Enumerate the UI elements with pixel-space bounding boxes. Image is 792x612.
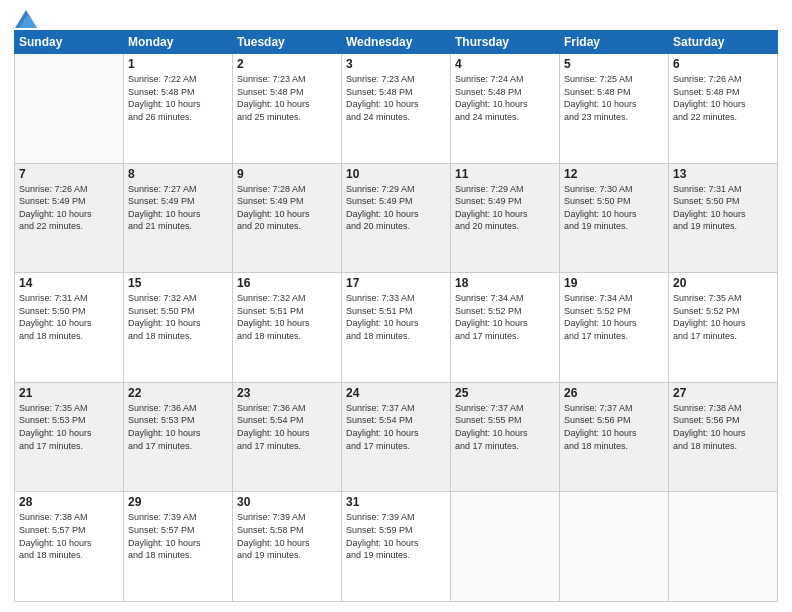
- day-number: 21: [19, 386, 119, 400]
- day-number: 13: [673, 167, 773, 181]
- calendar-cell: 4Sunrise: 7:24 AM Sunset: 5:48 PM Daylig…: [451, 54, 560, 164]
- day-number: 19: [564, 276, 664, 290]
- day-number: 31: [346, 495, 446, 509]
- day-number: 28: [19, 495, 119, 509]
- calendar-cell: 3Sunrise: 7:23 AM Sunset: 5:48 PM Daylig…: [342, 54, 451, 164]
- day-number: 2: [237, 57, 337, 71]
- day-number: 26: [564, 386, 664, 400]
- day-number: 25: [455, 386, 555, 400]
- calendar-cell: 8Sunrise: 7:27 AM Sunset: 5:49 PM Daylig…: [124, 163, 233, 273]
- calendar-cell: 19Sunrise: 7:34 AM Sunset: 5:52 PM Dayli…: [560, 273, 669, 383]
- calendar-cell: 23Sunrise: 7:36 AM Sunset: 5:54 PM Dayli…: [233, 382, 342, 492]
- calendar-cell: 18Sunrise: 7:34 AM Sunset: 5:52 PM Dayli…: [451, 273, 560, 383]
- day-info: Sunrise: 7:36 AM Sunset: 5:53 PM Dayligh…: [128, 402, 228, 452]
- calendar-week-row: 7Sunrise: 7:26 AM Sunset: 5:49 PM Daylig…: [15, 163, 778, 273]
- calendar-cell: 16Sunrise: 7:32 AM Sunset: 5:51 PM Dayli…: [233, 273, 342, 383]
- day-number: 9: [237, 167, 337, 181]
- day-info: Sunrise: 7:23 AM Sunset: 5:48 PM Dayligh…: [346, 73, 446, 123]
- calendar-cell: 30Sunrise: 7:39 AM Sunset: 5:58 PM Dayli…: [233, 492, 342, 602]
- logo: [14, 10, 37, 24]
- day-info: Sunrise: 7:35 AM Sunset: 5:52 PM Dayligh…: [673, 292, 773, 342]
- day-info: Sunrise: 7:30 AM Sunset: 5:50 PM Dayligh…: [564, 183, 664, 233]
- day-info: Sunrise: 7:27 AM Sunset: 5:49 PM Dayligh…: [128, 183, 228, 233]
- calendar-col-tuesday: Tuesday: [233, 31, 342, 54]
- day-info: Sunrise: 7:32 AM Sunset: 5:50 PM Dayligh…: [128, 292, 228, 342]
- day-info: Sunrise: 7:39 AM Sunset: 5:58 PM Dayligh…: [237, 511, 337, 561]
- calendar-cell: 31Sunrise: 7:39 AM Sunset: 5:59 PM Dayli…: [342, 492, 451, 602]
- calendar-cell: 7Sunrise: 7:26 AM Sunset: 5:49 PM Daylig…: [15, 163, 124, 273]
- day-number: 30: [237, 495, 337, 509]
- day-info: Sunrise: 7:29 AM Sunset: 5:49 PM Dayligh…: [346, 183, 446, 233]
- day-number: 7: [19, 167, 119, 181]
- day-number: 23: [237, 386, 337, 400]
- calendar-page: SundayMondayTuesdayWednesdayThursdayFrid…: [0, 0, 792, 612]
- day-number: 11: [455, 167, 555, 181]
- day-number: 8: [128, 167, 228, 181]
- day-info: Sunrise: 7:31 AM Sunset: 5:50 PM Dayligh…: [19, 292, 119, 342]
- calendar-week-row: 1Sunrise: 7:22 AM Sunset: 5:48 PM Daylig…: [15, 54, 778, 164]
- day-info: Sunrise: 7:38 AM Sunset: 5:56 PM Dayligh…: [673, 402, 773, 452]
- day-info: Sunrise: 7:38 AM Sunset: 5:57 PM Dayligh…: [19, 511, 119, 561]
- day-info: Sunrise: 7:31 AM Sunset: 5:50 PM Dayligh…: [673, 183, 773, 233]
- day-number: 3: [346, 57, 446, 71]
- calendar-cell: 1Sunrise: 7:22 AM Sunset: 5:48 PM Daylig…: [124, 54, 233, 164]
- day-info: Sunrise: 7:35 AM Sunset: 5:53 PM Dayligh…: [19, 402, 119, 452]
- header: [14, 10, 778, 24]
- day-number: 12: [564, 167, 664, 181]
- calendar-cell: 21Sunrise: 7:35 AM Sunset: 5:53 PM Dayli…: [15, 382, 124, 492]
- day-number: 14: [19, 276, 119, 290]
- calendar-col-friday: Friday: [560, 31, 669, 54]
- day-number: 4: [455, 57, 555, 71]
- calendar-cell: 13Sunrise: 7:31 AM Sunset: 5:50 PM Dayli…: [669, 163, 778, 273]
- day-number: 20: [673, 276, 773, 290]
- day-info: Sunrise: 7:28 AM Sunset: 5:49 PM Dayligh…: [237, 183, 337, 233]
- day-number: 24: [346, 386, 446, 400]
- day-info: Sunrise: 7:32 AM Sunset: 5:51 PM Dayligh…: [237, 292, 337, 342]
- day-number: 6: [673, 57, 773, 71]
- day-number: 15: [128, 276, 228, 290]
- day-info: Sunrise: 7:36 AM Sunset: 5:54 PM Dayligh…: [237, 402, 337, 452]
- calendar-cell: 9Sunrise: 7:28 AM Sunset: 5:49 PM Daylig…: [233, 163, 342, 273]
- calendar-week-row: 21Sunrise: 7:35 AM Sunset: 5:53 PM Dayli…: [15, 382, 778, 492]
- calendar-cell: 10Sunrise: 7:29 AM Sunset: 5:49 PM Dayli…: [342, 163, 451, 273]
- calendar-cell: 5Sunrise: 7:25 AM Sunset: 5:48 PM Daylig…: [560, 54, 669, 164]
- calendar-header-row: SundayMondayTuesdayWednesdayThursdayFrid…: [15, 31, 778, 54]
- calendar-cell: 15Sunrise: 7:32 AM Sunset: 5:50 PM Dayli…: [124, 273, 233, 383]
- calendar-cell: 14Sunrise: 7:31 AM Sunset: 5:50 PM Dayli…: [15, 273, 124, 383]
- day-number: 22: [128, 386, 228, 400]
- calendar-cell: 24Sunrise: 7:37 AM Sunset: 5:54 PM Dayli…: [342, 382, 451, 492]
- calendar-week-row: 28Sunrise: 7:38 AM Sunset: 5:57 PM Dayli…: [15, 492, 778, 602]
- day-info: Sunrise: 7:34 AM Sunset: 5:52 PM Dayligh…: [564, 292, 664, 342]
- day-info: Sunrise: 7:24 AM Sunset: 5:48 PM Dayligh…: [455, 73, 555, 123]
- day-info: Sunrise: 7:23 AM Sunset: 5:48 PM Dayligh…: [237, 73, 337, 123]
- calendar-cell: 27Sunrise: 7:38 AM Sunset: 5:56 PM Dayli…: [669, 382, 778, 492]
- calendar-cell: [451, 492, 560, 602]
- day-info: Sunrise: 7:25 AM Sunset: 5:48 PM Dayligh…: [564, 73, 664, 123]
- calendar-col-sunday: Sunday: [15, 31, 124, 54]
- calendar-cell: [15, 54, 124, 164]
- day-info: Sunrise: 7:29 AM Sunset: 5:49 PM Dayligh…: [455, 183, 555, 233]
- day-info: Sunrise: 7:22 AM Sunset: 5:48 PM Dayligh…: [128, 73, 228, 123]
- logo-icon: [15, 10, 37, 28]
- day-number: 1: [128, 57, 228, 71]
- calendar-cell: 28Sunrise: 7:38 AM Sunset: 5:57 PM Dayli…: [15, 492, 124, 602]
- calendar-col-saturday: Saturday: [669, 31, 778, 54]
- day-info: Sunrise: 7:37 AM Sunset: 5:54 PM Dayligh…: [346, 402, 446, 452]
- day-info: Sunrise: 7:37 AM Sunset: 5:55 PM Dayligh…: [455, 402, 555, 452]
- day-info: Sunrise: 7:34 AM Sunset: 5:52 PM Dayligh…: [455, 292, 555, 342]
- calendar-cell: 6Sunrise: 7:26 AM Sunset: 5:48 PM Daylig…: [669, 54, 778, 164]
- day-info: Sunrise: 7:26 AM Sunset: 5:49 PM Dayligh…: [19, 183, 119, 233]
- calendar-cell: 22Sunrise: 7:36 AM Sunset: 5:53 PM Dayli…: [124, 382, 233, 492]
- calendar-cell: 11Sunrise: 7:29 AM Sunset: 5:49 PM Dayli…: [451, 163, 560, 273]
- day-number: 18: [455, 276, 555, 290]
- day-info: Sunrise: 7:37 AM Sunset: 5:56 PM Dayligh…: [564, 402, 664, 452]
- calendar-col-wednesday: Wednesday: [342, 31, 451, 54]
- day-number: 16: [237, 276, 337, 290]
- day-number: 29: [128, 495, 228, 509]
- calendar-cell: 26Sunrise: 7:37 AM Sunset: 5:56 PM Dayli…: [560, 382, 669, 492]
- day-info: Sunrise: 7:39 AM Sunset: 5:59 PM Dayligh…: [346, 511, 446, 561]
- calendar-cell: [669, 492, 778, 602]
- calendar-table: SundayMondayTuesdayWednesdayThursdayFrid…: [14, 30, 778, 602]
- calendar-cell: [560, 492, 669, 602]
- calendar-cell: 25Sunrise: 7:37 AM Sunset: 5:55 PM Dayli…: [451, 382, 560, 492]
